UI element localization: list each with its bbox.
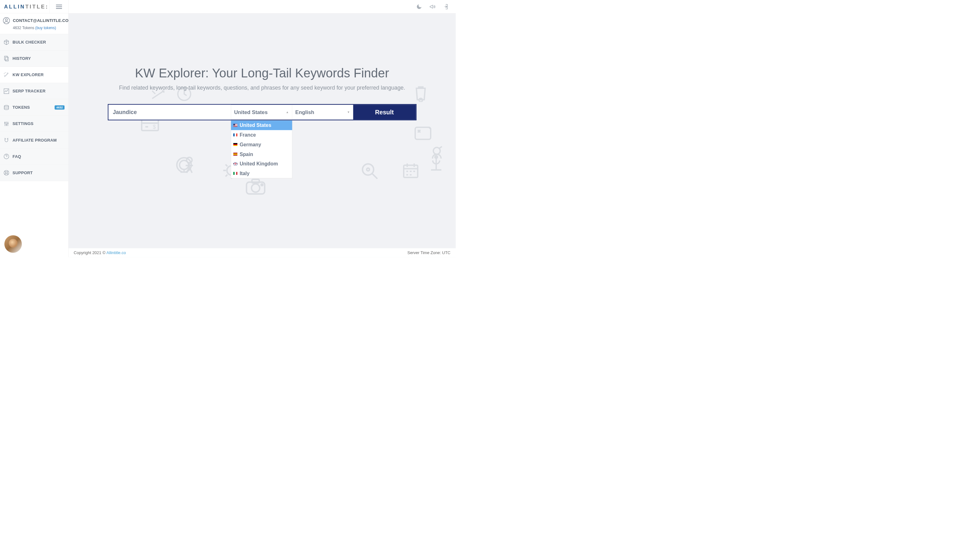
topbar: ALLINTITLE:	[0, 0, 456, 13]
page-title: KW Explorer: Your Long-Tail Keywords Fin…	[68, 66, 456, 80]
country-option-es[interactable]: Spain	[231, 150, 292, 159]
main-content: $ KW Explorer: Your Long-Tail Keywords F…	[68, 0, 456, 257]
question-icon	[3, 153, 10, 159]
files-icon	[3, 56, 10, 61]
language-selected-label: English	[295, 109, 314, 115]
country-dropdown: United States France Germany Spain	[231, 120, 292, 178]
tokens-badge: 4632	[54, 105, 65, 109]
flag-uk-icon	[233, 162, 237, 165]
country-option-uk[interactable]: United Kingdom	[231, 159, 292, 169]
flag-de-icon	[233, 143, 237, 146]
user-email: CONTACT@ALLINTITLE.CO	[13, 19, 68, 23]
footer-brand-link[interactable]: Allintitle.co	[107, 250, 126, 255]
menu-toggle[interactable]	[49, 0, 68, 13]
support-icon	[3, 170, 10, 176]
sliders-icon	[3, 121, 10, 127]
svg-point-8	[4, 105, 8, 107]
footer: Copyright 2021 © Allintitle.co Server Ti…	[68, 248, 456, 257]
sidebar-item-faq[interactable]: FAQ	[0, 148, 68, 164]
country-option-it[interactable]: Italy	[231, 169, 292, 178]
svg-point-14	[5, 172, 7, 174]
language-select[interactable]: English ▼	[292, 105, 353, 120]
caret-down-icon: ▼	[347, 111, 350, 114]
dark-mode-icon[interactable]	[416, 3, 423, 10]
search-bar: United States ▲ United States France	[108, 104, 417, 120]
logout-icon[interactable]	[442, 3, 449, 10]
sidebar: CONTACT@ALLINTITLE.CO 4632 Tokens (buy t…	[0, 0, 68, 257]
flag-it-icon	[233, 172, 237, 175]
footer-timezone: Server Time Zone: UTC	[407, 250, 450, 255]
sidebar-item-history[interactable]: HISTORY	[0, 51, 68, 67]
flag-us-icon	[233, 124, 237, 127]
announcement-icon[interactable]	[429, 3, 435, 10]
magnet-icon	[3, 137, 10, 143]
sidebar-item-support[interactable]: SUPPORT	[0, 164, 68, 181]
caret-up-icon: ▲	[286, 111, 289, 114]
sidebar-item-kw-explorer[interactable]: KW EXPLORER	[0, 67, 68, 83]
svg-point-9	[5, 122, 5, 123]
user-block: CONTACT@ALLINTITLE.CO 4632 Tokens (buy t…	[0, 13, 68, 34]
keyword-input[interactable]	[108, 105, 231, 120]
brand-logo[interactable]: ALLINTITLE:	[0, 0, 49, 13]
sidebar-item-bulk-checker[interactable]: BULK CHECKER	[0, 34, 68, 51]
sidebar-item-tokens[interactable]: TOKENS 4632	[0, 99, 68, 116]
chat-avatar[interactable]	[5, 235, 22, 253]
country-option-de[interactable]: Germany	[231, 140, 292, 150]
svg-point-4	[5, 19, 8, 21]
footer-copyright: Copyright 2021 ©	[73, 250, 106, 255]
logo-pre: ALLIN	[4, 3, 25, 10]
tokens-count: 4632 Tokens	[13, 26, 35, 30]
page-subtitle: Find related keywords, long-tail keyword…	[68, 84, 456, 91]
magic-wand-icon	[3, 72, 10, 78]
svg-point-10	[6, 124, 7, 125]
country-select[interactable]: United States ▲ United States France	[231, 105, 292, 120]
svg-point-11	[8, 123, 8, 124]
sidebar-item-serp-tracker[interactable]: SERP TRACKER	[0, 83, 68, 99]
flag-es-icon	[233, 153, 237, 155]
sidebar-item-settings[interactable]: SETTINGS	[0, 116, 68, 132]
svg-rect-5	[5, 56, 7, 60]
chart-icon	[3, 88, 10, 94]
flag-fr-icon	[233, 134, 237, 136]
result-button[interactable]: Result	[353, 105, 415, 120]
cube-icon	[3, 39, 10, 45]
buy-tokens-link[interactable]: (buy tokens)	[35, 26, 56, 30]
logo-colon: :	[46, 3, 49, 10]
country-option-fr[interactable]: France	[231, 130, 292, 140]
logo-post: TITLE	[25, 3, 46, 10]
svg-rect-6	[5, 57, 8, 61]
tokens-icon	[3, 105, 10, 111]
user-icon	[3, 17, 10, 24]
country-selected-label: United States	[234, 109, 267, 115]
sidebar-item-affiliate[interactable]: AFFILIATE PROGRAM	[0, 132, 68, 148]
country-option-us[interactable]: United States	[231, 121, 292, 130]
